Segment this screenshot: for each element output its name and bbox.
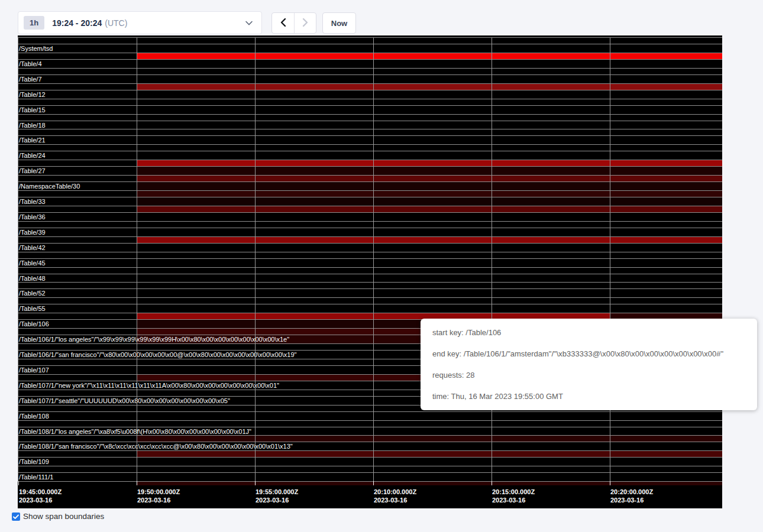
- span-boundary-line: [18, 114, 722, 115]
- time-gridline: [492, 37, 492, 481]
- row-label: /Table/106: [19, 320, 49, 328]
- row-label: /Table/107/1/"seattle"/"UUUUUUD\x00\x80\…: [19, 397, 230, 405]
- span-boundary-line: [18, 151, 722, 151]
- time-gridline: [610, 37, 610, 481]
- time-range-text: 19:24 - 20:24: [52, 18, 102, 28]
- chevron-right-icon: [302, 18, 309, 29]
- span-boundary-line: [18, 59, 722, 60]
- heatmap-band[interactable]: [137, 176, 722, 181]
- axis-tick-label: 20:20:00.000Z2023-03-16: [610, 488, 653, 504]
- tooltip-start-key: start key: /Table/106: [432, 328, 752, 337]
- span-boundary-line: [18, 267, 722, 268]
- heatmap-band[interactable]: [137, 160, 722, 166]
- span-boundary-line: [18, 252, 722, 252]
- heatmap-band[interactable]: [137, 191, 722, 197]
- span-boundary-line: [18, 37, 722, 38]
- row-label: /Table/106/1/"los angeles"/"\x99\x99\x99…: [19, 336, 289, 343]
- span-boundary-line: [18, 442, 722, 442]
- row-label: /System/tsd: [19, 45, 53, 53]
- now-button[interactable]: Now: [322, 12, 356, 34]
- axis-tick-mark: [255, 481, 256, 485]
- span-boundary-line: [18, 243, 722, 244]
- span-boundary-line: [18, 121, 722, 121]
- time-range-select[interactable]: 1h 19:24 - 20:24 (UTC): [18, 11, 262, 34]
- show-span-boundaries-checkbox[interactable]: [12, 512, 20, 521]
- row-label: /Table/27: [19, 167, 46, 175]
- span-boundary-line: [18, 221, 722, 222]
- span-boundary-line: [18, 457, 722, 458]
- row-label: /Table/45: [19, 259, 46, 267]
- tooltip-time: time: Thu, 16 Mar 2023 19:55:00 GMT: [432, 392, 752, 401]
- show-span-boundaries-row: Show span boundaries: [12, 512, 104, 521]
- span-boundary-line: [18, 44, 722, 44]
- row-label: /Table/111/1: [19, 473, 53, 481]
- axis-tick-mark: [18, 481, 19, 485]
- row-label: /Table/15: [19, 106, 46, 114]
- heatmap-row-tint: [137, 182, 722, 190]
- chevron-left-icon: [280, 18, 286, 29]
- tooltip-end-key: end key: /Table/106/1/"amsterdam"/"\xb33…: [432, 349, 752, 358]
- span-boundary-line: [18, 228, 722, 228]
- check-icon: [13, 511, 19, 522]
- row-label: /Table/109: [19, 458, 49, 466]
- axis-tick-label: 19:45:00.000Z2023-03-16: [19, 488, 62, 504]
- show-span-boundaries-label: Show span boundaries: [23, 512, 104, 521]
- span-boundary-line: [18, 212, 722, 213]
- row-label: /Table/33: [19, 198, 46, 206]
- row-label: /Table/36: [19, 213, 46, 221]
- row-label: /Table/55: [19, 305, 46, 313]
- heatmap-band[interactable]: [137, 237, 722, 243]
- time-gridline: [373, 37, 374, 481]
- axis-tick-label: 19:55:00.000Z2023-03-16: [256, 488, 298, 504]
- time-window-nav: [271, 12, 316, 34]
- row-label: /Table/21: [19, 137, 46, 144]
- row-label: /Table/108: [19, 413, 49, 420]
- chevron-down-icon: [245, 21, 253, 25]
- row-label: /Table/107/1/"new york"/"\x11\x11\x11\x1…: [19, 382, 279, 390]
- key-visualizer-canvas[interactable]: /System/tsd/Table/4/Table/7/Table/12/Tab…: [18, 35, 722, 508]
- span-boundary-line: [18, 99, 722, 99]
- span-boundary-line: [18, 297, 722, 298]
- axis-tick-mark: [492, 481, 492, 485]
- row-label: /Table/52: [19, 290, 46, 297]
- time-range-timezone: (UTC): [105, 18, 127, 28]
- span-boundary-line: [18, 258, 722, 259]
- heatmap-band[interactable]: [137, 84, 722, 90]
- heatmap-band[interactable]: [137, 451, 722, 457]
- span-boundary-line: [18, 466, 722, 466]
- span-boundary-line: [18, 420, 722, 421]
- axis-tick-mark: [610, 481, 610, 485]
- heatmap-row-tint: [137, 167, 722, 175]
- row-label: /Table/7: [19, 76, 42, 83]
- axis-tick-mark: [137, 481, 137, 485]
- span-boundary-line: [18, 282, 722, 283]
- span-boundary-line: [18, 105, 722, 106]
- axis-tick-label: 19:50:00.000Z2023-03-16: [137, 488, 180, 504]
- previous-window-button[interactable]: [272, 13, 294, 33]
- heatmap-band[interactable]: [137, 206, 722, 212]
- heatmap-band[interactable]: [137, 482, 722, 485]
- span-boundary-line: [18, 427, 722, 427]
- row-label: /NamespaceTable/30: [19, 183, 80, 190]
- heatmap-band[interactable]: [137, 53, 722, 59]
- span-tooltip: start key: /Table/106 end key: /Table/10…: [421, 319, 757, 410]
- row-label: /Table/24: [19, 152, 46, 160]
- next-window-button[interactable]: [294, 13, 316, 33]
- axis-tick-mark: [373, 481, 374, 485]
- span-boundary-line: [18, 411, 722, 412]
- span-boundary-line: [18, 274, 722, 274]
- tooltip-requests: requests: 28: [432, 371, 752, 379]
- heatmap-band[interactable]: [137, 436, 722, 442]
- time-range-duration-badge: 1h: [24, 16, 44, 30]
- span-boundary-line: [18, 74, 722, 75]
- span-boundary-line: [18, 288, 722, 289]
- row-label: /Table/12: [19, 91, 46, 99]
- span-boundary-line: [18, 90, 722, 90]
- span-boundary-line: [18, 472, 722, 473]
- axis-tick-label: 20:10:00.000Z2023-03-16: [374, 488, 416, 504]
- row-label: /Table/42: [19, 244, 46, 252]
- span-boundary-line: [18, 304, 722, 304]
- time-gridline: [255, 37, 256, 481]
- span-boundary-line: [18, 68, 722, 69]
- axis-tick-label: 20:15:00.000Z2023-03-16: [492, 488, 535, 504]
